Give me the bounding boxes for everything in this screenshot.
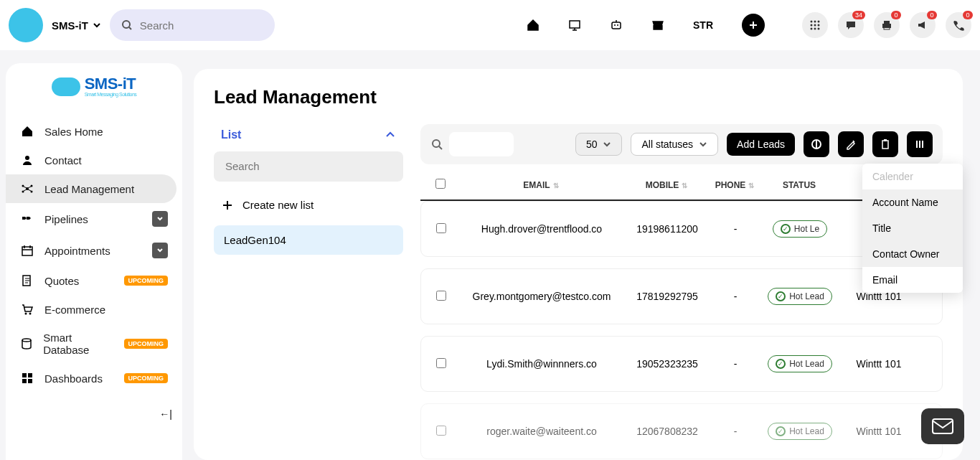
avatar[interactable] — [9, 8, 43, 42]
row-checkbox[interactable] — [436, 223, 446, 233]
sort-icon[interactable]: ⇅ — [748, 182, 754, 189]
table-row[interactable]: roger.waite@waiteent.co 12067808232 - ✓H… — [420, 403, 943, 459]
print-button[interactable]: 0 — [874, 12, 900, 38]
status-badge: ✓Hot Lead — [768, 355, 832, 372]
chevron-down-icon[interactable] — [152, 243, 168, 258]
robot-icon[interactable] — [610, 19, 623, 32]
svg-point-17 — [25, 156, 29, 160]
sidebar-item-dashboards[interactable]: Dashboards UPCOMING — [6, 364, 182, 393]
database-icon — [20, 337, 33, 350]
store-icon[interactable] — [651, 19, 664, 32]
add-button[interactable] — [742, 14, 765, 37]
status-filter-value: All statuses — [641, 139, 693, 150]
sidebar-item-appointments[interactable]: Appointments — [6, 235, 182, 266]
list-item[interactable]: LeadGen104 — [214, 225, 403, 255]
edit-icon[interactable] — [838, 131, 864, 157]
network-icon — [20, 182, 34, 195]
sidebar-item-label: Contact — [44, 154, 82, 166]
columns-icon[interactable] — [907, 131, 933, 157]
search-input[interactable] — [140, 19, 263, 32]
table-row[interactable]: Lydi.Smith@winnners.co 19052323235 - ✓Ho… — [420, 336, 943, 392]
cell-mobile: 12067808232 — [628, 426, 707, 437]
select-all-checkbox[interactable] — [426, 179, 455, 191]
sidebar-item-quotes[interactable]: Quotes UPCOMING — [6, 266, 182, 295]
header-email[interactable]: EMAIL — [523, 180, 550, 190]
table-toolbar: 50 All statuses Add Leads — [420, 124, 943, 164]
chevron-down-icon[interactable] — [152, 211, 168, 227]
str-link[interactable]: STR — [693, 19, 713, 31]
split-icon[interactable] — [804, 131, 829, 157]
app-switcher[interactable]: SMS-iT — [52, 19, 101, 32]
logo[interactable]: SMS-iT Smart Messaging Solutions — [6, 63, 182, 110]
announce-button[interactable]: 0 — [910, 12, 936, 38]
create-list-label: Create new list — [242, 199, 314, 211]
header-mobile[interactable]: MOBILE — [646, 180, 679, 190]
dropdown-item-contact-owner[interactable]: Contact Owner — [862, 241, 963, 267]
list-header-label: List — [221, 128, 241, 141]
home-icon[interactable] — [527, 19, 540, 32]
chevron-up-icon — [385, 129, 396, 141]
search-icon — [430, 138, 443, 151]
sort-icon[interactable]: ⇅ — [553, 182, 559, 189]
list-header[interactable]: List — [214, 124, 403, 151]
dropdown-item-account-name[interactable]: Account Name — [862, 189, 963, 215]
cell-mobile: 19198611200 — [628, 223, 707, 235]
sidebar: SMS-iT Smart Messaging Solutions Sales H… — [6, 63, 182, 460]
global-search[interactable] — [110, 9, 275, 41]
svg-point-26 — [29, 313, 32, 315]
status-badge: ✓Hot Le — [773, 220, 827, 238]
sidebar-item-label: Quotes — [44, 275, 79, 287]
sort-icon[interactable]: ⇅ — [682, 182, 687, 189]
cart-icon — [20, 303, 34, 316]
chat-badge: 34 — [852, 11, 865, 19]
sidebar-item-lead-management[interactable]: Lead Management — [6, 174, 176, 203]
desktop-icon[interactable] — [568, 19, 581, 32]
sidebar-item-smart-database[interactable]: Smart Database UPCOMING — [6, 324, 182, 364]
sidebar-item-label: Smart Database — [43, 332, 113, 356]
cell-phone: - — [707, 291, 764, 302]
chat-button[interactable]: 34 — [838, 12, 864, 38]
collapse-sidebar-icon[interactable]: ←| — [159, 408, 172, 420]
header-status[interactable]: STATUS — [783, 180, 816, 190]
check-icon: ✓ — [776, 359, 786, 369]
help-widget[interactable] — [921, 408, 964, 444]
svg-rect-30 — [22, 379, 27, 383]
svg-rect-36 — [933, 419, 953, 433]
sidebar-nav: Sales Home Contact Lead Management Pipel… — [6, 110, 182, 400]
plus-icon — [222, 200, 232, 210]
print-badge: 0 — [891, 11, 901, 19]
phone-button[interactable]: 0 — [946, 12, 971, 38]
svg-rect-1 — [570, 21, 580, 28]
cell-account: Winttt 101 — [836, 358, 922, 370]
svg-rect-2 — [612, 22, 621, 29]
sidebar-item-ecommerce[interactable]: E-commerce — [6, 295, 182, 324]
row-checkbox[interactable] — [436, 291, 446, 301]
main-content: Lead Management List Create new list Lea… — [194, 69, 963, 460]
row-checkbox[interactable] — [436, 358, 446, 368]
row-checkbox[interactable] — [436, 426, 446, 436]
sidebar-item-sales-home[interactable]: Sales Home — [6, 117, 182, 146]
list-search-input[interactable] — [225, 160, 392, 172]
status-filter-select[interactable]: All statuses — [631, 133, 718, 156]
calendar-icon — [20, 244, 34, 257]
create-list-button[interactable]: Create new list — [214, 192, 403, 218]
list-search[interactable] — [214, 151, 403, 182]
dropdown-item-title[interactable]: Title — [862, 215, 963, 241]
page-size-select[interactable]: 50 — [575, 133, 623, 156]
cell-account: Winttt 101 — [836, 426, 922, 437]
table-search-input[interactable] — [449, 132, 514, 156]
list-panel: List Create new list LeadGen104 — [214, 124, 403, 460]
clipboard-icon[interactable] — [872, 131, 898, 157]
upcoming-badge: UPCOMING — [124, 276, 169, 286]
header-phone[interactable]: PHONE — [715, 180, 746, 190]
apps-grid-button[interactable] — [802, 12, 828, 38]
dropdown-item-email[interactable]: Email — [862, 267, 963, 293]
dropdown-item-calender[interactable]: Calender — [862, 164, 963, 189]
columns-dropdown: Calender Account Name Title Contact Owne… — [862, 164, 963, 293]
add-leads-button[interactable]: Add Leads — [727, 133, 795, 156]
add-leads-label: Add Leads — [737, 139, 785, 150]
sidebar-item-contact[interactable]: Contact — [6, 146, 182, 174]
logo-main: SMS-iT — [85, 76, 137, 92]
sidebar-item-pipelines[interactable]: Pipelines — [6, 203, 182, 235]
svg-point-8 — [811, 24, 813, 27]
